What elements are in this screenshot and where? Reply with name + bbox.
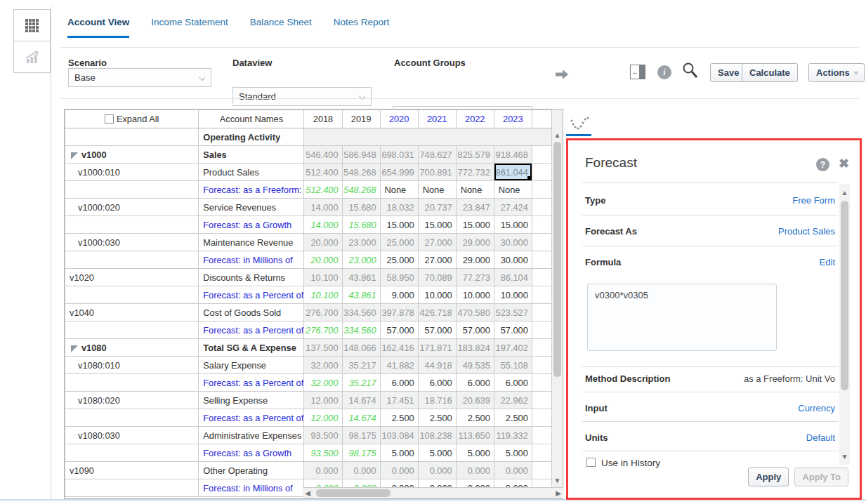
forecast-method-link[interactable]: Forecast: as a Percent of xyxy=(199,409,304,427)
value-cell[interactable]: 0.000 xyxy=(304,462,342,479)
value-cell[interactable]: 5.000 xyxy=(494,444,532,462)
value-cell[interactable]: 93.500 xyxy=(304,444,342,462)
value-cell[interactable]: 57.000 xyxy=(380,321,418,339)
value-cell[interactable]: 546.400 xyxy=(304,146,342,164)
search-icon[interactable] xyxy=(681,62,700,80)
forecast-chart-tab[interactable] xyxy=(569,115,593,132)
forecast-method-link[interactable]: Forecast: as a Growth xyxy=(199,444,304,462)
value-cell[interactable]: 32.000 xyxy=(304,374,342,392)
chart-view-button[interactable] xyxy=(13,41,51,73)
help-icon[interactable]: ? xyxy=(816,158,829,171)
value-cell[interactable]: 2.500 xyxy=(456,409,494,427)
value-cell[interactable]: 57.000 xyxy=(456,321,494,339)
value-cell[interactable]: 276.700 xyxy=(304,304,342,321)
value-cell[interactable]: 5.000 xyxy=(380,444,418,462)
value-cell[interactable]: 15.000 xyxy=(456,216,494,234)
value-cell[interactable]: 825.579 xyxy=(456,146,494,164)
value-cell[interactable]: 162.416 xyxy=(380,339,418,357)
year-header-2023[interactable]: 2023 xyxy=(494,110,532,128)
formula-edit-link[interactable]: Edit xyxy=(820,257,835,267)
value-cell[interactable]: 654.999 xyxy=(380,164,418,181)
value-cell[interactable]: 15.000 xyxy=(380,216,418,234)
value-cell[interactable]: 98.175 xyxy=(342,444,380,462)
value-cell[interactable]: 6.000 xyxy=(418,374,456,392)
value-cell[interactable]: 470.580 xyxy=(456,304,494,321)
value-cell[interactable]: 0.000 xyxy=(456,462,494,479)
value-cell[interactable]: 93.500 xyxy=(304,427,342,444)
apply-to-button[interactable]: Apply To xyxy=(794,467,848,486)
value-cell[interactable]: 918.468 xyxy=(494,146,532,164)
value-cell[interactable]: 698.031 xyxy=(380,146,418,164)
year-header-2021[interactable]: 2021 xyxy=(418,110,456,128)
value-cell[interactable]: 35.217 xyxy=(342,374,380,392)
value-cell[interactable]: 20.737 xyxy=(418,199,456,216)
value-cell[interactable]: 14.674 xyxy=(342,409,380,427)
value-cell[interactable]: 58.950 xyxy=(380,269,418,286)
value-cell[interactable]: 30.000 xyxy=(494,251,532,269)
value-cell[interactable]: 20.000 xyxy=(304,251,342,269)
value-cell[interactable]: 27.424 xyxy=(494,199,532,216)
year-header-2018[interactable]: 2018 xyxy=(304,110,342,128)
forecast-method-link[interactable]: Forecast: in Millions of xyxy=(199,251,304,269)
value-cell[interactable]: 748.627 xyxy=(418,146,456,164)
scroll-down-icon[interactable]: ▼ xyxy=(552,477,563,484)
tab-balance-sheet[interactable]: Balance Sheet xyxy=(250,17,312,38)
scrollbar-thumb[interactable] xyxy=(553,142,561,377)
type-value-link[interactable]: Free Form xyxy=(792,195,835,206)
value-cell[interactable]: 334.560 xyxy=(342,321,380,339)
input-value-link[interactable]: Currency xyxy=(798,403,835,413)
value-cell[interactable]: 0.000 xyxy=(342,462,380,479)
value-cell[interactable]: 512.400 xyxy=(304,181,342,199)
apply-button[interactable]: Apply xyxy=(748,467,789,486)
value-cell[interactable]: 43.861 xyxy=(342,269,380,286)
value-cell[interactable]: 148.066 xyxy=(342,339,380,357)
value-cell[interactable]: 14.000 xyxy=(304,199,342,216)
value-cell[interactable]: 0.000 xyxy=(494,462,532,479)
forecast-method-link[interactable]: Forecast: as a Freeform: xyxy=(199,181,304,199)
scroll-up-icon[interactable]: ▲ xyxy=(552,132,563,139)
value-cell[interactable]: 14.000 xyxy=(304,216,342,234)
value-cell[interactable]: 77.273 xyxy=(456,269,494,286)
scroll-down-icon[interactable]: ▼ xyxy=(839,453,850,460)
value-cell[interactable]: None xyxy=(456,181,494,199)
value-cell[interactable]: 5.000 xyxy=(456,444,494,462)
grid-vertical-scrollbar[interactable]: ▲ ▼ xyxy=(551,110,563,498)
formula-textbox[interactable]: v0300*v0305 xyxy=(587,284,777,351)
value-cell[interactable]: 6.000 xyxy=(494,374,532,392)
value-cell[interactable]: 23.000 xyxy=(342,234,380,251)
scroll-up-icon[interactable]: ▲ xyxy=(839,190,850,197)
value-cell[interactable]: 548.268 xyxy=(342,181,380,199)
tab-notes-report[interactable]: Notes Report xyxy=(334,17,390,38)
value-cell[interactable]: 98.175 xyxy=(342,427,380,444)
value-cell[interactable]: 10.100 xyxy=(304,286,342,304)
value-cell[interactable]: 137.500 xyxy=(304,339,342,357)
value-cell[interactable]: 334.560 xyxy=(342,304,380,321)
value-cell[interactable]: 0.000 xyxy=(418,462,456,479)
forecast-method-link[interactable]: Forecast: in Millions of xyxy=(199,479,304,497)
dataview-select[interactable]: Standard xyxy=(232,87,372,106)
value-cell[interactable]: 49.535 xyxy=(456,357,494,374)
value-cell[interactable]: 113.650 xyxy=(456,427,494,444)
value-cell[interactable]: 523.527 xyxy=(494,304,532,321)
value-cell[interactable]: 86.104 xyxy=(494,269,532,286)
value-cell[interactable]: 426.718 xyxy=(418,304,456,321)
value-cell[interactable]: 30.000 xyxy=(494,234,532,251)
forecast-method-link[interactable]: Forecast: as a Percent of xyxy=(199,286,304,304)
value-cell[interactable]: 15.000 xyxy=(418,216,456,234)
value-cell[interactable]: 700.891 xyxy=(418,164,456,181)
value-cell[interactable]: 2.500 xyxy=(418,409,456,427)
value-cell[interactable]: 29.000 xyxy=(456,251,494,269)
value-cell[interactable]: 5.000 xyxy=(418,444,456,462)
value-cell[interactable]: 10.000 xyxy=(494,286,532,304)
value-cell[interactable]: 197.402 xyxy=(494,339,532,357)
info-icon[interactable]: i xyxy=(657,65,671,79)
value-cell[interactable]: 57.000 xyxy=(418,321,456,339)
grid-view-button[interactable] xyxy=(13,9,51,41)
value-cell[interactable]: 6.000 xyxy=(380,374,418,392)
value-cell[interactable]: 183.824 xyxy=(456,339,494,357)
value-cell[interactable]: 15.680 xyxy=(342,216,380,234)
value-cell[interactable]: 276.700 xyxy=(304,321,342,339)
value-cell[interactable]: 44.918 xyxy=(418,357,456,374)
account-code-cell[interactable]: v1080 xyxy=(65,339,199,357)
close-icon[interactable]: ✖ xyxy=(839,156,849,171)
